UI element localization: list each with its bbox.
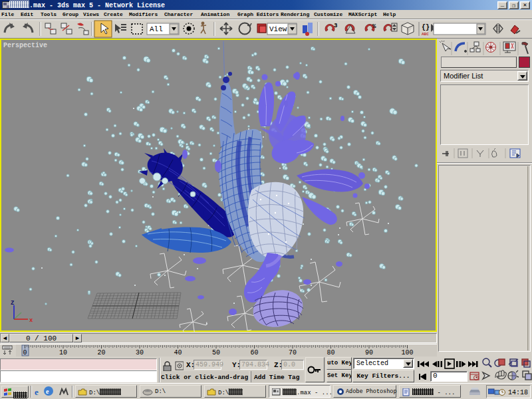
svg-text:ABC: ABC	[422, 32, 429, 37]
svg-text:50: 50	[212, 349, 220, 356]
svg-text:0: 0	[23, 349, 27, 356]
svg-text:{}: {}	[422, 24, 430, 31]
svg-text:x: x	[29, 317, 33, 324]
svg-text:70: 70	[289, 349, 297, 356]
svg-text:20: 20	[97, 349, 105, 356]
svg-text:e: e	[35, 387, 39, 397]
svg-text:All: All	[150, 25, 163, 33]
svg-text:80: 80	[327, 349, 334, 356]
svg-text:100: 100	[401, 349, 413, 356]
svg-text:e: e	[46, 388, 49, 395]
svg-text:30: 30	[136, 349, 144, 356]
svg-text:View: View	[269, 25, 287, 33]
svg-text:90: 90	[365, 349, 373, 356]
svg-text:10: 10	[59, 349, 67, 356]
svg-text:3: 3	[334, 23, 337, 29]
svg-text:Z: Z	[11, 300, 14, 307]
svg-text:40: 40	[174, 349, 182, 356]
svg-text:60: 60	[250, 349, 258, 356]
svg-text:%: %	[372, 23, 376, 30]
